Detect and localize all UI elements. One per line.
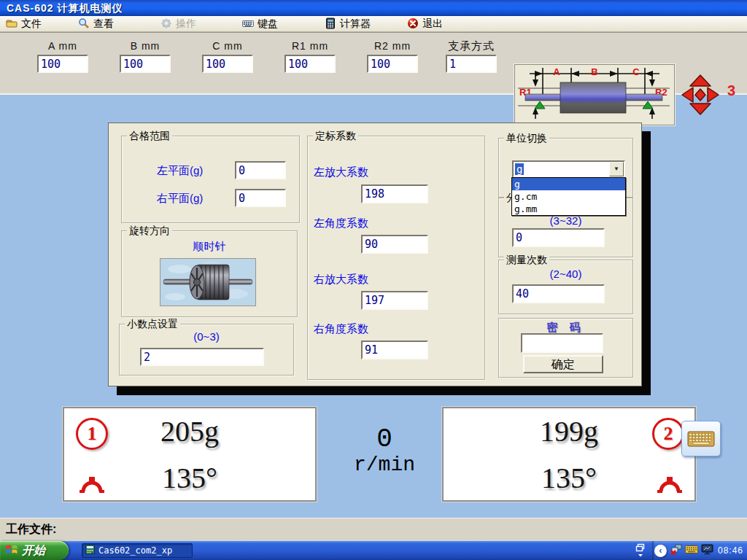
rotor-image	[160, 258, 256, 306]
right-plane-input[interactable]	[235, 189, 286, 207]
calculator-icon	[325, 18, 336, 31]
menu-item-keyboard[interactable]: 键盘	[242, 16, 278, 32]
param-label: C mm	[194, 37, 261, 55]
group-title: 测量次数	[504, 254, 549, 267]
right-readout-panel: 199g 2 135°	[442, 407, 696, 502]
cal-label-left-gain: 左放大系数	[314, 166, 368, 179]
param-label: B mm	[112, 37, 179, 55]
right-plane-label: 右平面(g)	[157, 192, 203, 206]
language-bar-icon[interactable]	[635, 542, 646, 559]
param-label: 支承方式	[438, 37, 505, 55]
file-icon	[6, 18, 18, 31]
menu-item-label: 文件	[21, 18, 42, 31]
title-bar: CAS-602 计算机电测仪	[0, 0, 747, 16]
group-qualified-range: 合格范围 左平面(g) 右平面(g)	[121, 136, 300, 223]
hide-icons-chevron[interactable]: ‹	[654, 545, 667, 557]
speed-value: 0	[337, 426, 432, 454]
status-bar: 工作文件:	[0, 518, 747, 541]
param-input-support[interactable]	[446, 55, 497, 73]
cal-input-right-angle[interactable]	[361, 341, 428, 359]
param-input-a[interactable]	[37, 55, 88, 73]
left-angle-value: 135°	[64, 461, 315, 495]
cal-input-right-gain[interactable]	[361, 291, 428, 310]
param-input-b[interactable]	[120, 55, 171, 73]
keyboard-icon	[242, 18, 254, 31]
menu-item-label: 操作	[176, 18, 196, 31]
onscreen-keyboard-button[interactable]	[681, 421, 721, 456]
magnifier-icon	[78, 18, 90, 31]
group-decimal-setting: 小数点设置 (0~3)	[119, 324, 294, 376]
group-password: 密 码 确定	[498, 318, 633, 378]
unit-combobox[interactable]: g ▼	[512, 160, 625, 178]
group-title: 定标系数	[313, 130, 358, 143]
menu-item-label: 查看	[93, 18, 114, 31]
measure-count-input[interactable]	[512, 284, 605, 303]
cal-input-left-gain[interactable]	[361, 184, 428, 203]
unit-option-gcm[interactable]: g.cm	[512, 190, 625, 203]
param-field-r1: R1 mm	[276, 37, 344, 73]
menu-item-exit[interactable]: 退出	[407, 16, 443, 32]
param-label: A mm	[29, 37, 96, 55]
menu-bar: 文件 查看 操作 键盘 计算器 退出	[0, 16, 747, 32]
menu-item-file[interactable]: 文件	[6, 16, 42, 32]
taskbar-app-button[interactable]: Cas602_com2_xp	[82, 543, 193, 558]
password-ok-button[interactable]: 确定	[523, 355, 603, 373]
menu-item-calculator[interactable]: 计算器	[325, 16, 371, 32]
window-title: CAS-602 计算机电测仪	[7, 2, 123, 14]
move-arrows-icon	[681, 106, 720, 118]
unit-option-gmm[interactable]: g.mm	[512, 203, 625, 215]
left-plane-label: 左平面(g)	[157, 164, 203, 178]
cal-input-left-angle[interactable]	[361, 235, 428, 254]
cal-label-right-angle: 右角度系数	[314, 322, 368, 336]
combo-dropdown-button[interactable]: ▼	[609, 162, 624, 176]
parameter-panel: A mm B mm C mm R1 mm R2 mm 支承方式	[0, 32, 747, 95]
rotor-dimension-diagram: A B C R1 R2	[514, 64, 675, 125]
param-input-c[interactable]	[202, 55, 253, 73]
param-input-r2[interactable]	[367, 55, 418, 73]
decimal-range-hint: (0~3)	[120, 330, 293, 343]
work-file-label: 工作文件:	[6, 522, 56, 537]
division-input[interactable]	[512, 228, 605, 247]
unit-selected-value: g	[514, 162, 609, 176]
menu-item-label: 退出	[422, 18, 443, 31]
param-label: R1 mm	[276, 37, 344, 55]
unit-option-g[interactable]: g	[512, 178, 625, 190]
menu-item-operate[interactable]: 操作	[160, 16, 196, 32]
division-range-hint: (3~32)	[499, 214, 632, 227]
plane-2-badge: 2	[652, 418, 684, 450]
measure-range-hint: (2~40)	[499, 268, 632, 280]
task-label: Cas602_com2_xp	[98, 545, 172, 556]
gear-icon	[160, 18, 172, 31]
angle-marker-icon	[655, 470, 684, 497]
param-field-a: A mm	[29, 37, 96, 73]
svg-text:B: B	[591, 66, 597, 77]
taskbar-clock: 08:46	[718, 545, 743, 556]
screen: CAS-602 计算机电测仪 文件 查看 操作 键盘 计算器 退出	[0, 0, 747, 560]
decimal-input[interactable]	[140, 348, 264, 366]
password-input[interactable]	[521, 333, 603, 353]
rotation-direction-value: 顺时针	[122, 240, 297, 254]
group-measure-count: 测量次数 (2~40)	[498, 260, 633, 314]
param-input-r1[interactable]	[285, 55, 336, 73]
group-title: 合格范围	[127, 130, 172, 143]
menu-item-view[interactable]: 查看	[78, 16, 114, 32]
settings-dialog: 合格范围 左平面(g) 右平面(g) 旋转方向 顺时针	[108, 122, 642, 386]
network-disconnected-icon[interactable]	[670, 543, 682, 559]
start-button[interactable]: 开始	[0, 541, 69, 560]
tray-keyboard-icon[interactable]	[685, 544, 698, 557]
group-title: 单位切换	[504, 132, 549, 145]
unit-dropdown-list: g g.cm g.mm	[511, 177, 626, 216]
param-field-r2: R2 mm	[359, 37, 426, 73]
group-title: 旋转方向	[127, 225, 172, 238]
taskbar: 开始 Cas602_com2_xp ‹	[0, 541, 747, 560]
start-label: 开始	[22, 543, 45, 559]
param-field-c: C mm	[194, 37, 261, 73]
tray-monitor-icon[interactable]	[701, 544, 713, 558]
app-window-icon	[85, 545, 95, 556]
left-readout-panel: 1 205g 135°	[63, 407, 317, 502]
param-field-support: 支承方式	[438, 37, 505, 73]
move-indicator: 3	[681, 74, 746, 117]
left-plane-input[interactable]	[235, 161, 286, 179]
speed-unit: r/min	[337, 454, 432, 477]
keyboard-glyph-icon	[687, 429, 715, 448]
